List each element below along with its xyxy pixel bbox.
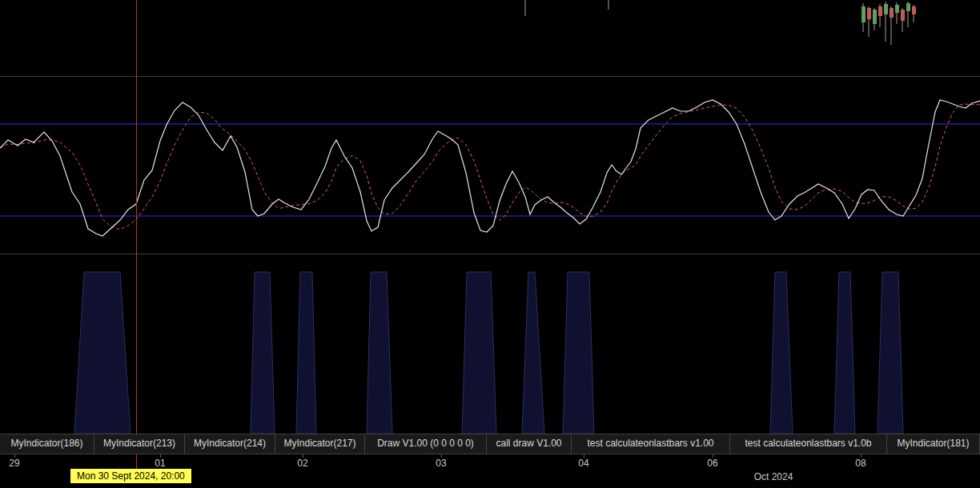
- indicator-tab[interactable]: MyIndicator(186): [0, 434, 94, 454]
- axis-tick-label: 02: [297, 458, 307, 469]
- price-panel[interactable]: [0, 0, 980, 77]
- axis-tick-label: 04: [578, 458, 588, 469]
- candle-body: [901, 10, 905, 21]
- axis-tick-label: 03: [436, 458, 446, 469]
- signal-pulse: [522, 272, 544, 434]
- signal-pulse: [367, 272, 392, 434]
- candle-body: [890, 8, 894, 18]
- indicator-tab[interactable]: Draw V1.00 (0 0 0 0 0): [365, 434, 487, 454]
- candle-body: [912, 6, 916, 14]
- signal-pulse: [834, 272, 855, 434]
- axis-tick-label: 06: [707, 458, 717, 469]
- price-chart: [0, 0, 980, 76]
- indicator-tab[interactable]: test calculateonlastbars v1.0b: [730, 434, 887, 454]
- indicator-tab[interactable]: MyIndicator(217): [275, 434, 365, 454]
- candle-body: [867, 8, 871, 19]
- crosshair-vertical-line: [136, 0, 137, 469]
- axis-tick-label: 29: [9, 458, 19, 469]
- candle-body: [862, 6, 866, 22]
- candle-body: [878, 6, 882, 16]
- indicator-tab[interactable]: test calculateonlastbars v1.00: [572, 434, 730, 454]
- signal-pulse: [296, 272, 316, 434]
- signal-pulse: [251, 272, 275, 434]
- candle-body: [895, 5, 899, 13]
- indicator-tab[interactable]: MyIndicator(181): [887, 434, 980, 454]
- indicator-tab[interactable]: MyIndicator(214): [185, 434, 275, 454]
- time-axis[interactable]: Oct 2024 Mon 30 Sept 2024, 20:00 2901020…: [0, 454, 980, 488]
- signal-pulse-chart: [0, 254, 980, 434]
- axis-tick-label: 01: [155, 458, 165, 469]
- oscillator-signal-line: [0, 104, 980, 230]
- oscillator-panel[interactable]: [0, 77, 980, 254]
- axis-tick-label: 08: [855, 458, 866, 469]
- signal-pulse: [563, 272, 594, 434]
- signal-pulse: [770, 272, 793, 434]
- indicator-tab-bar: MyIndicator(186)MyIndicator(213)MyIndica…: [0, 434, 980, 454]
- signal-pulse: [462, 272, 496, 434]
- signal-pulse: [878, 272, 903, 434]
- signal-pulse-panel[interactable]: [0, 254, 980, 434]
- crosshair-time-tooltip: Mon 30 Sept 2024, 20:00: [70, 469, 191, 483]
- period-label: Oct 2024: [754, 471, 793, 482]
- candle-body: [906, 3, 910, 11]
- indicator-tab[interactable]: call draw V1.00: [487, 434, 572, 454]
- signal-pulse: [74, 272, 131, 434]
- trading-chart-window: MyIndicator(186)MyIndicator(213)MyIndica…: [0, 0, 980, 488]
- indicator-tab[interactable]: MyIndicator(213): [94, 434, 185, 454]
- candle-body: [873, 10, 877, 24]
- candle-body: [884, 4, 888, 14]
- oscillator-chart: [0, 77, 980, 254]
